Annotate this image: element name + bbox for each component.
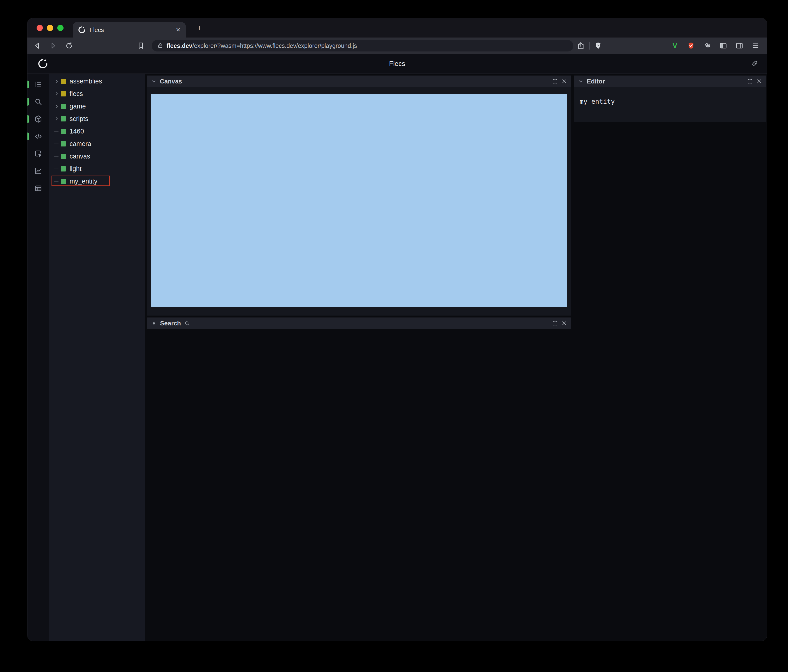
collapse-chevron-icon[interactable] <box>151 79 156 84</box>
browser-tab[interactable]: Flecs ✕ <box>73 22 186 38</box>
tree-item-label: scripts <box>70 115 88 123</box>
close-panel-icon[interactable] <box>561 78 567 84</box>
expand-chevron-icon[interactable] <box>53 78 60 85</box>
close-panel-icon[interactable] <box>756 78 762 84</box>
tree-item-camera[interactable]: camera <box>49 138 145 150</box>
flecs-favicon-icon <box>78 26 86 34</box>
tree-item-canvas[interactable]: canvas <box>49 150 145 163</box>
entity-color-square <box>60 179 66 184</box>
zoom-window-button[interactable] <box>57 25 64 31</box>
tree-item-label: my_entity <box>70 178 97 185</box>
close-window-button[interactable] <box>37 25 43 31</box>
url-text: flecs.dev/explorer/?wasm=https://www.fle… <box>167 42 357 49</box>
fullscreen-icon[interactable] <box>552 320 558 326</box>
share-link-icon[interactable] <box>751 60 759 68</box>
browser-window: Flecs ✕ + flecs.dev/explorer/?wasm=https… <box>27 18 767 641</box>
reload-button[interactable] <box>65 41 73 50</box>
back-button[interactable] <box>33 41 41 50</box>
expand-chevron-icon[interactable] <box>53 103 60 110</box>
canvas-panel-body <box>147 87 571 315</box>
render-canvas[interactable] <box>151 94 567 307</box>
split-view-icon[interactable] <box>735 41 744 50</box>
address-bar[interactable]: flecs.dev/explorer/?wasm=https://www.fle… <box>152 40 573 51</box>
v-extension-icon[interactable]: V <box>671 41 679 50</box>
extensions-puzzle-icon[interactable] <box>703 41 711 50</box>
new-tab-button[interactable]: + <box>194 24 205 33</box>
toolbar-divider <box>589 42 590 49</box>
collapse-chevron-icon[interactable] <box>578 79 583 84</box>
app-content: assemblies flecs game scripts 1460 <box>27 74 767 641</box>
expand-chevron-icon[interactable] <box>53 178 60 185</box>
panel-title: Canvas <box>160 78 182 85</box>
expand-chevron-icon[interactable] <box>53 90 60 97</box>
page-title: Flecs <box>27 54 767 74</box>
close-panel-icon[interactable] <box>561 320 567 326</box>
tree-item-scripts[interactable]: scripts <box>49 113 145 125</box>
lock-icon <box>157 43 163 49</box>
editor-column: Editor my_entity <box>574 76 766 122</box>
active-panel-indicator <box>27 133 29 140</box>
entity-color-square <box>60 91 66 97</box>
inspect-icon[interactable] <box>34 150 42 158</box>
active-panel-indicator <box>27 115 29 123</box>
editor-content[interactable]: my_entity <box>580 98 615 105</box>
brave-shields-icon[interactable] <box>594 41 602 50</box>
share-icon[interactable] <box>577 41 585 50</box>
app-header: Flecs <box>27 54 767 74</box>
tree-leaf-dash <box>54 144 59 144</box>
search-panel: Search <box>147 317 571 329</box>
expand-chevron-icon[interactable] <box>53 153 60 160</box>
code-icon[interactable] <box>34 132 42 141</box>
browser-toolbar: flecs.dev/explorer/?wasm=https://www.fle… <box>27 38 767 54</box>
tree-item-assemblies[interactable]: assemblies <box>49 75 145 87</box>
active-panel-indicator <box>27 98 29 106</box>
expand-chevron-icon[interactable] <box>53 141 60 147</box>
table-icon[interactable] <box>34 184 42 192</box>
menu-icon[interactable] <box>751 41 759 50</box>
fullscreen-icon[interactable] <box>552 78 558 84</box>
tree-leaf-dash <box>54 169 59 169</box>
tab-bar: Flecs ✕ + <box>27 18 767 38</box>
close-tab-icon[interactable]: ✕ <box>176 27 181 33</box>
entity-color-square <box>60 129 66 134</box>
traffic-lights <box>37 25 64 31</box>
expand-chevron-icon[interactable] <box>53 116 60 122</box>
tree-item-game[interactable]: game <box>49 100 145 113</box>
entity-tree-icon[interactable] <box>34 80 42 89</box>
bookmark-icon[interactable] <box>137 41 145 50</box>
search-icon[interactable] <box>34 98 42 106</box>
tree-leaf-dash <box>54 181 59 182</box>
tree-item-light[interactable]: light <box>49 163 145 175</box>
tree-item-label: light <box>70 165 82 173</box>
canvas-panel-header: Canvas <box>147 76 571 87</box>
entity-color-square <box>60 116 66 122</box>
tab-title: Flecs <box>89 27 172 33</box>
editor-panel-body[interactable]: my_entity <box>574 87 766 122</box>
tree-item-flecs[interactable]: flecs <box>49 87 145 100</box>
tree-item-my_entity[interactable]: my_entity <box>49 175 145 188</box>
tree-item-label: 1460 <box>70 128 84 135</box>
entity-color-square <box>60 104 66 109</box>
entity-color-square <box>60 166 66 171</box>
tree-item-label: camera <box>70 140 91 148</box>
entity-color-square <box>60 141 66 146</box>
tree-leaf-dash <box>54 156 59 157</box>
stats-chart-icon[interactable] <box>34 167 42 175</box>
panel-title: Search <box>160 320 181 327</box>
expand-chevron-icon[interactable] <box>53 165 60 172</box>
tree-item-1460[interactable]: 1460 <box>49 125 145 138</box>
expand-chevron-icon[interactable] <box>53 128 60 135</box>
shield-extension-icon[interactable] <box>687 41 695 50</box>
center-column: Canvas Search <box>147 76 571 329</box>
extension-cluster: V <box>671 41 759 50</box>
tree-leaf-dash <box>54 131 59 132</box>
fullscreen-icon[interactable] <box>747 78 753 84</box>
minimize-window-button[interactable] <box>47 25 53 31</box>
search-panel-header: Search <box>147 317 571 329</box>
sidebar-toggle-icon[interactable] <box>719 41 728 50</box>
forward-button[interactable] <box>49 41 57 50</box>
collapsed-dot-icon[interactable] <box>153 322 155 325</box>
entity-color-square <box>60 79 66 84</box>
cube-icon[interactable] <box>34 115 42 123</box>
icon-rail <box>27 74 49 641</box>
